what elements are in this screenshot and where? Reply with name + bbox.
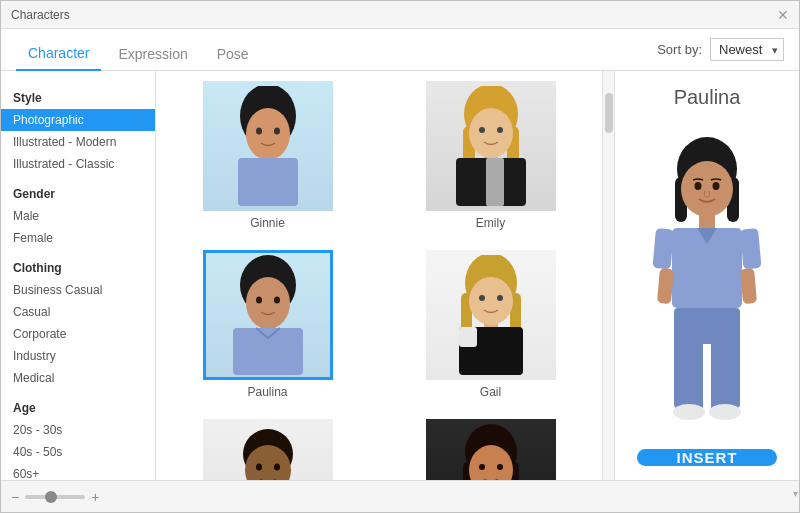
grid-scroll-area: Ginnie bbox=[156, 71, 614, 480]
gail-name: Gail bbox=[480, 385, 501, 399]
style-title: Style bbox=[1, 83, 155, 109]
preview-character-name: Paulina bbox=[674, 86, 741, 109]
svg-rect-62 bbox=[699, 213, 715, 228]
tab-bar: Character Expression Pose Sort by: Newes… bbox=[1, 29, 799, 71]
svg-point-73 bbox=[673, 404, 705, 420]
svg-rect-71 bbox=[711, 339, 739, 409]
svg-point-25 bbox=[469, 277, 513, 325]
svg-rect-12 bbox=[486, 158, 504, 206]
svg-point-49 bbox=[497, 464, 503, 470]
svg-point-4 bbox=[256, 128, 262, 135]
sidebar-item-age-60s[interactable]: 60s+ bbox=[1, 463, 155, 480]
sort-label: Sort by: bbox=[657, 42, 702, 57]
zoom-thumb[interactable] bbox=[45, 491, 57, 503]
svg-point-14 bbox=[497, 127, 503, 133]
window-title: Characters bbox=[11, 8, 70, 22]
emily-name: Emily bbox=[476, 216, 505, 230]
scroll-thumb[interactable] bbox=[605, 93, 613, 133]
bottom-bar: − + bbox=[1, 480, 799, 512]
sort-bar: Sort by: Newest Oldest A-Z Z-A bbox=[657, 38, 784, 69]
insert-button[interactable]: INSERT bbox=[637, 449, 777, 466]
svg-point-20 bbox=[274, 297, 280, 304]
sidebar-item-illustrated-modern[interactable]: Illustrated - Modern bbox=[1, 131, 155, 153]
svg-point-28 bbox=[479, 295, 485, 301]
title-bar: Characters ✕ bbox=[1, 1, 799, 29]
sidebar-item-corporate[interactable]: Corporate bbox=[1, 323, 155, 345]
svg-point-75 bbox=[695, 182, 702, 190]
svg-rect-72 bbox=[703, 344, 711, 409]
gender-title: Gender bbox=[1, 179, 155, 205]
sidebar: Style Photographic Illustrated - Modern … bbox=[1, 71, 156, 480]
svg-point-2 bbox=[246, 108, 290, 160]
svg-rect-27 bbox=[459, 327, 477, 347]
sidebar-item-male[interactable]: Male bbox=[1, 205, 155, 227]
svg-point-19 bbox=[256, 297, 262, 304]
preview-panel: Paulina bbox=[614, 71, 799, 480]
gail-thumbnail[interactable] bbox=[426, 250, 556, 380]
scroll-track[interactable]: ▾ bbox=[602, 71, 614, 480]
list-item[interactable]: Gail bbox=[379, 240, 602, 409]
svg-point-17 bbox=[246, 277, 290, 329]
close-button[interactable]: ✕ bbox=[777, 7, 789, 23]
age-title: Age bbox=[1, 393, 155, 419]
svg-rect-66 bbox=[740, 228, 761, 269]
list-item[interactable]: Ginnie bbox=[156, 71, 379, 240]
list-item[interactable]: Sheila bbox=[379, 409, 602, 480]
characters-window: Characters ✕ Character Expression Pose S… bbox=[0, 0, 800, 513]
list-item[interactable]: Emily bbox=[379, 71, 602, 240]
list-item[interactable]: Paulina bbox=[156, 240, 379, 409]
svg-point-61 bbox=[681, 161, 733, 217]
clothing-title: Clothing bbox=[1, 253, 155, 279]
svg-point-41 bbox=[274, 464, 280, 471]
sidebar-item-photographic[interactable]: Photographic bbox=[1, 109, 155, 131]
sidebar-item-business-casual[interactable]: Business Casual bbox=[1, 279, 155, 301]
zoom-in-icon[interactable]: + bbox=[91, 489, 99, 505]
character-grid: Ginnie bbox=[156, 71, 602, 480]
sort-select[interactable]: Newest Oldest A-Z Z-A bbox=[710, 38, 784, 61]
sidebar-item-casual[interactable]: Casual bbox=[1, 301, 155, 323]
svg-point-76 bbox=[713, 182, 720, 190]
paulina-name: Paulina bbox=[247, 385, 287, 399]
sheila-thumbnail[interactable] bbox=[426, 419, 556, 480]
emily-thumbnail[interactable] bbox=[426, 81, 556, 211]
preview-figure bbox=[642, 129, 772, 439]
svg-rect-65 bbox=[653, 228, 674, 269]
zoom-slider[interactable] bbox=[25, 495, 85, 499]
paulina-thumbnail[interactable] bbox=[203, 250, 333, 380]
svg-rect-67 bbox=[657, 268, 674, 304]
tab-pose[interactable]: Pose bbox=[205, 38, 261, 70]
svg-rect-18 bbox=[233, 328, 303, 375]
svg-point-29 bbox=[497, 295, 503, 301]
sidebar-item-female[interactable]: Female bbox=[1, 227, 155, 249]
svg-rect-3 bbox=[238, 158, 298, 206]
svg-point-5 bbox=[274, 128, 280, 135]
sidebar-item-industry[interactable]: Industry bbox=[1, 345, 155, 367]
svg-point-48 bbox=[479, 464, 485, 470]
sidebar-item-illustrated-classic[interactable]: Illustrated - Classic bbox=[1, 153, 155, 175]
main-content: Style Photographic Illustrated - Modern … bbox=[1, 71, 799, 480]
tab-character[interactable]: Character bbox=[16, 37, 101, 71]
svg-point-10 bbox=[469, 108, 513, 158]
ginnie-name: Ginnie bbox=[250, 216, 285, 230]
william-thumbnail[interactable] bbox=[203, 419, 333, 480]
zoom-out-icon[interactable]: − bbox=[11, 489, 19, 505]
ginnie-thumbnail[interactable] bbox=[203, 81, 333, 211]
svg-rect-68 bbox=[740, 268, 757, 304]
sidebar-item-age-20s[interactable]: 20s - 30s bbox=[1, 419, 155, 441]
sidebar-item-age-40s[interactable]: 40s - 50s bbox=[1, 441, 155, 463]
svg-point-40 bbox=[256, 464, 262, 471]
svg-rect-70 bbox=[675, 339, 703, 409]
tab-expression[interactable]: Expression bbox=[106, 38, 199, 70]
sidebar-item-medical[interactable]: Medical bbox=[1, 367, 155, 389]
svg-point-13 bbox=[479, 127, 485, 133]
list-item[interactable]: ⬇ William bbox=[156, 409, 379, 480]
character-grid-inner: Ginnie bbox=[156, 71, 602, 480]
svg-point-74 bbox=[709, 404, 741, 420]
